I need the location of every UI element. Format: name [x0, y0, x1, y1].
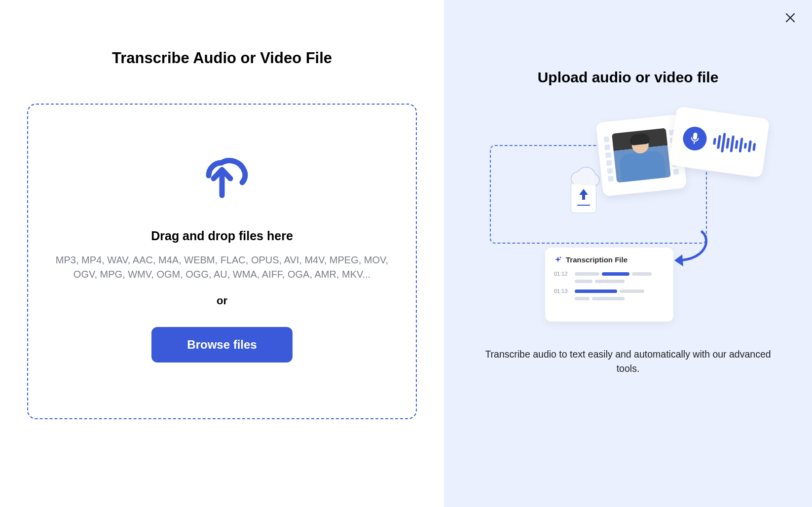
- right-panel-description: Transcribe audio to text easily and auto…: [485, 347, 771, 376]
- video-thumbnail: [612, 128, 671, 183]
- svg-marker-6: [674, 254, 683, 266]
- or-separator: or: [217, 294, 227, 307]
- timestamp-1: 01:12: [554, 271, 570, 277]
- svg-marker-3: [579, 189, 588, 200]
- left-panel: Transcribe Audio or Video File Drag and …: [0, 0, 444, 507]
- drag-drop-text: Drag and drop files here: [151, 229, 293, 243]
- sparkle-icon: [554, 256, 562, 264]
- page-title: Transcribe Audio or Video File: [112, 49, 332, 67]
- transcription-card-title: Transcription File: [566, 255, 627, 264]
- cloud-icon: [564, 165, 603, 189]
- upload-icon-group: [564, 165, 603, 213]
- dropzone[interactable]: Drag and drop files here MP3, MP4, WAV, …: [27, 104, 417, 419]
- arrow-icon: [672, 229, 717, 273]
- transcription-file-card: Transcription File 01:12 01:13: [545, 248, 673, 322]
- right-panel: Upload audio or video file: [444, 0, 812, 507]
- close-icon: [785, 12, 796, 23]
- close-button[interactable]: [782, 10, 798, 26]
- waveform-icon: [712, 132, 757, 157]
- svg-line-5: [694, 141, 695, 144]
- svg-point-7: [560, 256, 561, 258]
- illustration: Transcription File 01:12 01:13: [490, 115, 766, 332]
- right-panel-title: Upload audio or video file: [538, 69, 719, 86]
- svg-rect-4: [693, 133, 698, 140]
- supported-formats-text: MP3, MP4, WAV, AAC, M4A, WEBM, FLAC, OPU…: [49, 253, 395, 282]
- browse-files-button[interactable]: Browse files: [151, 327, 292, 362]
- cloud-upload-icon: [190, 146, 254, 202]
- microphone-icon: [681, 125, 708, 152]
- timestamp-2: 01:13: [554, 288, 570, 294]
